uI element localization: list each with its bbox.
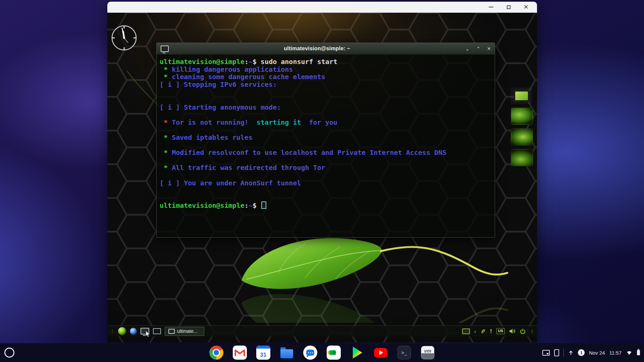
terminal-minimize-button[interactable]: ⌄	[465, 46, 470, 51]
shelf-time[interactable]: 11:57	[609, 350, 622, 356]
terminal-line	[160, 186, 492, 194]
power-icon[interactable]	[520, 328, 526, 334]
wifi-icon[interactable]	[626, 350, 633, 356]
clock-widget[interactable]	[111, 24, 138, 51]
terminal-titlebar[interactable]: ultimatevision@simple: ~ ⌄ ⌃ ×	[157, 43, 495, 55]
clipboard-manager-icon[interactable]	[480, 328, 486, 334]
play-store-icon	[352, 347, 363, 359]
arrow-up-icon[interactable]	[568, 350, 574, 355]
battery-icon[interactable]	[637, 350, 640, 355]
terminal-line	[160, 111, 492, 118]
menu-button[interactable]	[118, 327, 126, 335]
status-divider	[564, 349, 564, 357]
gmail-icon	[233, 346, 247, 360]
notification-count-badge[interactable]: 1	[578, 349, 585, 356]
app-messages[interactable]	[303, 345, 318, 360]
app-play-store[interactable]	[350, 345, 365, 360]
terminal-line	[160, 141, 492, 149]
desktop-icon-leaf-image-1[interactable]	[511, 108, 533, 125]
browser-launcher-icon[interactable]	[130, 328, 137, 335]
tray-chevron-icon[interactable]: ‹	[474, 329, 476, 334]
terminal-line: * Modified resolvconf to use localhost a…	[160, 148, 492, 156]
display-settings-icon[interactable]	[462, 328, 470, 334]
minimize-icon	[489, 7, 493, 7]
terminal-cursor	[261, 201, 266, 209]
linux-desktop: ultimatevision@simple: ~ ⌄ ⌃ × ultimatev…	[107, 13, 537, 343]
vm-window-titlebar[interactable]: ✕	[107, 2, 537, 13]
chromeos-desktop: ✕	[0, 0, 644, 362]
calendar-icon: 31	[256, 346, 270, 360]
app-calendar[interactable]: 31	[256, 345, 271, 360]
terminal-shelf-icon: >_	[397, 346, 411, 359]
terminal-line: * cleaning some dangerous cache elements	[160, 73, 492, 80]
terminal-close-button[interactable]: ×	[487, 46, 491, 52]
screen-cast-icon[interactable]	[542, 350, 550, 356]
chromeos-shelf: 31 >_ vm	[0, 343, 644, 362]
terminal-line	[160, 126, 492, 133]
terminal-title: ultimatevision@simple: ~	[169, 46, 465, 52]
leaf-reflection	[241, 294, 507, 323]
panel-grip-icon[interactable]: ⋮	[110, 329, 114, 334]
terminal-line: * Saved iptables rules	[160, 133, 492, 141]
computer-icon	[514, 90, 530, 102]
terminal-line	[160, 96, 492, 103]
app-youtube[interactable]	[373, 345, 388, 360]
terminal-line	[160, 156, 492, 164]
terminal-window: ultimatevision@simple: ~ ⌄ ⌃ × ultimatev…	[156, 43, 495, 238]
app-vmware[interactable]: vm	[420, 345, 435, 360]
phone-hub-icon[interactable]	[554, 349, 559, 356]
panel-tray: ‹ ! US ⋮	[462, 328, 534, 334]
shelf-app-row: 31 >_ vm	[209, 343, 435, 362]
taskbar-window-label: ultimate...	[177, 328, 198, 334]
terminal-line: * All traffic was redirected through Tor	[160, 164, 492, 171]
app-gmail[interactable]	[232, 345, 247, 360]
vm-window: ✕	[107, 2, 537, 343]
desktop-icon-leaf-image-2[interactable]	[511, 128, 533, 145]
meet-icon	[327, 346, 341, 360]
terminal-maximize-button[interactable]: ⌃	[476, 46, 481, 51]
launcher-button[interactable]	[4, 348, 14, 358]
terminal-line: ultimatevision@simple:~$ sudo anonsurf s…	[160, 58, 492, 65]
terminal-line: [ i ] Starting anonymous mode:	[160, 103, 492, 111]
desktop-icon-computer[interactable]	[511, 87, 532, 104]
linux-panel: ⋮ ultimate... ‹ ! US	[107, 325, 537, 337]
leaf-wallpaper	[218, 227, 513, 323]
files-icon	[280, 349, 293, 358]
status-area[interactable]: 1 Nov 24 11:57	[542, 343, 640, 362]
app-chrome[interactable]	[209, 345, 224, 360]
terminal-line: [ i ] You are under AnonSurf tunnel	[160, 179, 492, 187]
terminal-line: ultimatevision@simple:~$	[160, 201, 492, 209]
app-terminal[interactable]: >_	[397, 345, 412, 360]
app-meet[interactable]	[326, 345, 341, 360]
app-files[interactable]	[279, 345, 294, 360]
vm-minimize-button[interactable]	[487, 3, 495, 11]
display-launcher-icon[interactable]	[153, 328, 161, 334]
taskbar-window-button[interactable]: ultimate...	[165, 327, 204, 336]
vm-close-button[interactable]: ✕	[522, 3, 530, 11]
volume-icon[interactable]	[509, 328, 516, 334]
vmware-label: vm	[424, 348, 431, 354]
warning-icon[interactable]: !	[490, 328, 492, 334]
vmware-icon: vm	[421, 346, 434, 359]
messages-icon	[303, 346, 317, 360]
keyboard-layout-indicator[interactable]: US	[496, 328, 505, 334]
tray-menu-icon[interactable]: ⋮	[530, 329, 534, 334]
vm-maximize-button[interactable]	[505, 3, 512, 11]
terminal-line	[160, 194, 492, 202]
close-icon: ✕	[523, 4, 528, 10]
terminal-line: [ i ] Stopping IPv6 services:	[160, 80, 492, 88]
terminal-line	[160, 88, 492, 96]
mouse-cursor	[146, 330, 151, 337]
terminal-app-icon	[161, 46, 169, 52]
shelf-date[interactable]: Nov 24	[589, 350, 605, 356]
chrome-icon	[209, 346, 223, 360]
leaf	[241, 238, 507, 289]
desktop-icon-column	[511, 87, 533, 166]
terminal-line: * Tor is not running! starting it for yo…	[160, 118, 492, 126]
terminal-window-icon	[168, 329, 175, 334]
youtube-icon	[374, 348, 387, 358]
desktop-icon-leaf-image-3[interactable]	[511, 149, 533, 166]
terminal-line: * killing dangerous applications	[160, 65, 492, 73]
terminal-output[interactable]: ultimatevision@simple:~$ sudo anonsurf s…	[157, 55, 495, 237]
calendar-day-label: 31	[260, 352, 267, 358]
